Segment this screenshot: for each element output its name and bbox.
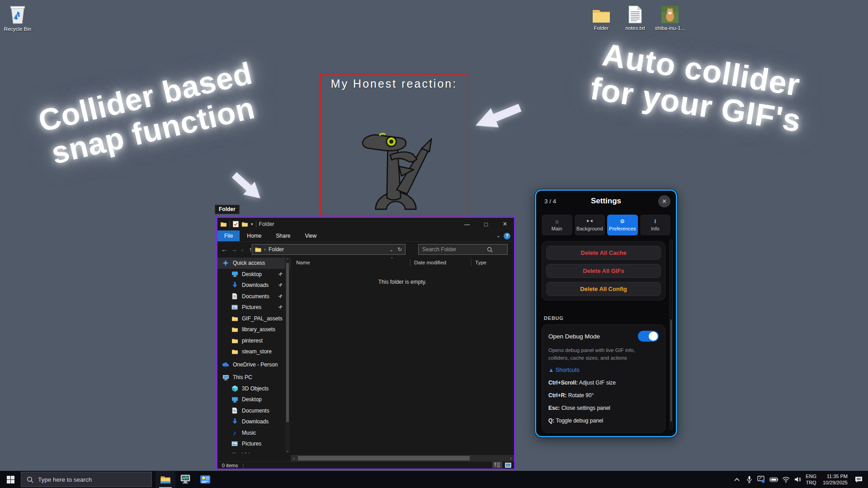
breadcrumb-separator: ›	[264, 246, 266, 253]
settings-close-button[interactable]: ✕	[658, 195, 670, 207]
sidebar-item-desktop[interactable]: Desktop	[217, 269, 291, 280]
address-bar: ← → ⌄ ↑ › Folder ⌄ ↻ Search Folder	[217, 242, 514, 257]
delete-all-cache-button[interactable]: Delete All Cache	[546, 246, 661, 260]
tab-background[interactable]: Background	[575, 215, 605, 235]
onedrive-cloud-icon	[222, 361, 229, 368]
back-icon[interactable]: ←	[219, 246, 229, 253]
taskbar-search[interactable]: Type here to search	[21, 472, 152, 487]
delete-all-config-button[interactable]: Delete All Config	[546, 282, 661, 296]
sidebar-item-gif-pal-assets[interactable]: GIF_PAL_assets	[217, 313, 291, 324]
sidebar-item-pc-desktop[interactable]: Desktop	[217, 394, 291, 405]
sidebar-item-pc-downloads[interactable]: Downloads	[217, 416, 291, 427]
sidebar-item-pc-documents[interactable]: Documents	[217, 405, 291, 417]
delete-all-gifs-button[interactable]: Delete All GIFs	[546, 264, 661, 278]
time: 11:35 PM	[820, 473, 848, 479]
explorer-window[interactable]: ▾ Folder — □ × File Home Share View ⌄ ? …	[216, 216, 515, 470]
navigation-pane: Quick access Desktop Downloads Documents…	[217, 258, 291, 453]
sidebar-item-steam-store[interactable]: steam_store	[217, 346, 291, 357]
taskbar-explorer-button[interactable]	[156, 471, 175, 488]
sidebar-item-videos[interactable]: Videos	[217, 450, 291, 454]
microphone-icon[interactable]	[745, 476, 754, 483]
sidebar-item-library-assets[interactable]: library_assets	[217, 324, 291, 335]
qat-newfolder-icon[interactable]	[241, 221, 248, 227]
battery-icon[interactable]	[769, 477, 778, 482]
pin-icon	[278, 305, 283, 311]
close-button[interactable]: ×	[496, 218, 514, 230]
sidebar-item-pc-pictures[interactable]: Pictures	[217, 438, 291, 450]
forward-icon[interactable]: →	[229, 246, 239, 253]
cast-screen-icon[interactable]	[757, 476, 766, 483]
sidebar-item-documents[interactable]: Documents	[217, 291, 291, 302]
desktop-icon-notes[interactable]: notes.txt	[618, 3, 653, 31]
wifi-icon[interactable]	[781, 477, 790, 483]
column-date-modified[interactable]: Date modified	[414, 260, 471, 265]
sidebar-item-music[interactable]: ♪ Music	[217, 427, 291, 439]
scroll-right-icon[interactable]: ›	[508, 456, 514, 461]
menu-file[interactable]: File	[217, 230, 240, 241]
refresh-icon[interactable]: ↻	[397, 246, 402, 253]
sidebar-scrollbar[interactable]: ⌃ ⌄	[285, 258, 290, 453]
start-button[interactable]	[0, 471, 21, 488]
menu-share[interactable]: Share	[269, 230, 297, 241]
item-count: 0 items	[222, 463, 238, 468]
clock[interactable]: 11:35 PM 10/29/2025	[820, 473, 848, 486]
taskbar-task-manager-button[interactable]	[175, 471, 195, 488]
debug-mode-toggle[interactable]	[638, 331, 659, 342]
help-icon[interactable]: ?	[504, 233, 510, 239]
sidebar-item-pinterest[interactable]: pinterest	[217, 335, 291, 347]
file-explorer-icon	[160, 475, 171, 484]
scroll-left-icon[interactable]: ‹	[291, 456, 297, 461]
menu-home[interactable]: Home	[240, 230, 269, 241]
details-view-button[interactable]	[492, 462, 502, 468]
tray-expand-icon[interactable]	[732, 478, 741, 481]
sidebar-item-pictures[interactable]: Pictures	[217, 302, 291, 313]
tab-main[interactable]: ⌂ Main	[542, 215, 572, 235]
tab-preferences[interactable]: ⚙ Preferences	[607, 215, 638, 235]
search-icon[interactable]	[487, 247, 493, 253]
maximize-button[interactable]: □	[477, 218, 495, 230]
qat-folder-icon[interactable]	[220, 221, 227, 227]
volume-icon[interactable]	[793, 476, 802, 483]
scroll-down-icon[interactable]: ⌄	[285, 449, 290, 453]
horizontal-scroll-thumb[interactable]	[298, 456, 470, 460]
menu-view[interactable]: View	[297, 230, 324, 241]
sidebar-item-downloads[interactable]: Downloads	[217, 280, 291, 291]
desktop-icon-recycle-bin[interactable]: Recycle Bin	[0, 4, 35, 32]
downloads-icon	[231, 282, 238, 289]
action-center-icon	[855, 476, 863, 483]
arrow-to-explorer-icon	[228, 168, 267, 205]
sidebar-item-quick-access[interactable]: Quick access	[217, 258, 291, 269]
divider[interactable]	[471, 259, 472, 266]
column-type[interactable]: Type	[475, 260, 486, 265]
ribbon-expand-icon[interactable]: ⌄	[496, 233, 500, 239]
column-name[interactable]: Name	[296, 260, 410, 265]
sidebar-scroll-thumb[interactable]	[286, 263, 289, 422]
sidebar-item-3d-objects[interactable]: 3D Objects	[217, 383, 291, 394]
qat-customize-icon[interactable]: ▾	[251, 222, 253, 226]
settings-panel[interactable]: 3 / 4 Settings ✕ ⌂ Main Background ⚙ Pre…	[535, 189, 677, 437]
language-indicator[interactable]: ENG TRQ	[806, 473, 816, 486]
qat-properties-icon[interactable]	[233, 221, 239, 227]
sidebar-item-onedrive[interactable]: OneDrive - Person	[217, 359, 291, 371]
desktop-icon-folder[interactable]: Folder	[584, 3, 619, 31]
settings-scrollbar[interactable]	[670, 239, 673, 430]
tab-info[interactable]: i Info	[640, 215, 671, 235]
address-dropdown-icon[interactable]: ⌄	[390, 247, 393, 252]
taskbar-gifpal-button[interactable]	[195, 471, 215, 488]
shortcuts-link[interactable]: ▲ Shortcuts	[548, 367, 659, 373]
divider[interactable]	[410, 259, 410, 266]
action-center-button[interactable]	[851, 471, 866, 488]
scroll-up-icon[interactable]: ⌃	[285, 258, 290, 262]
breadcrumb-location[interactable]: Folder	[269, 246, 284, 253]
horizontal-scrollbar[interactable]: ‹ ›	[291, 455, 514, 461]
sidebar-item-this-pc[interactable]: This PC	[217, 372, 291, 383]
history-icon[interactable]: ⌄	[239, 247, 245, 252]
gif-collider-box[interactable]: My Honest reaction:	[320, 74, 468, 216]
address-input[interactable]: › Folder ⌄ ↻	[252, 244, 406, 255]
desktop-icon-shiba[interactable]: shiba-inu-1...	[652, 3, 688, 31]
settings-scroll-thumb[interactable]	[670, 319, 672, 422]
search-input[interactable]: Search Folder	[418, 244, 508, 255]
language-top: ENG	[806, 473, 816, 479]
thumbnail-view-button[interactable]	[503, 462, 513, 468]
minimize-button[interactable]: —	[458, 218, 476, 230]
